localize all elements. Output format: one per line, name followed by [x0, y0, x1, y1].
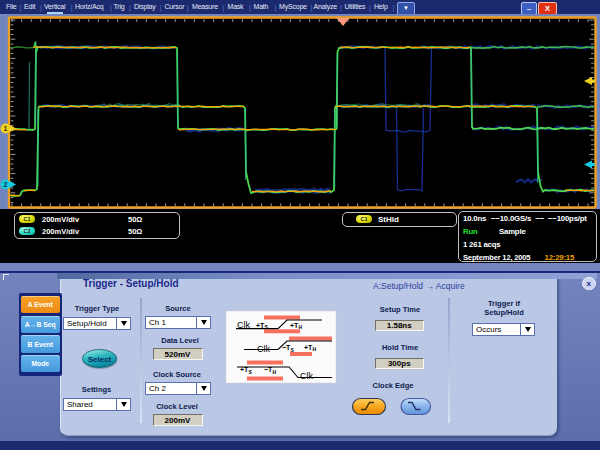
svg-text:Select: Select — [88, 355, 112, 364]
svg-text:2: 2 — [4, 181, 8, 188]
svg-text:Clk: Clk — [300, 371, 313, 381]
svg-text:1: 1 — [4, 125, 8, 132]
